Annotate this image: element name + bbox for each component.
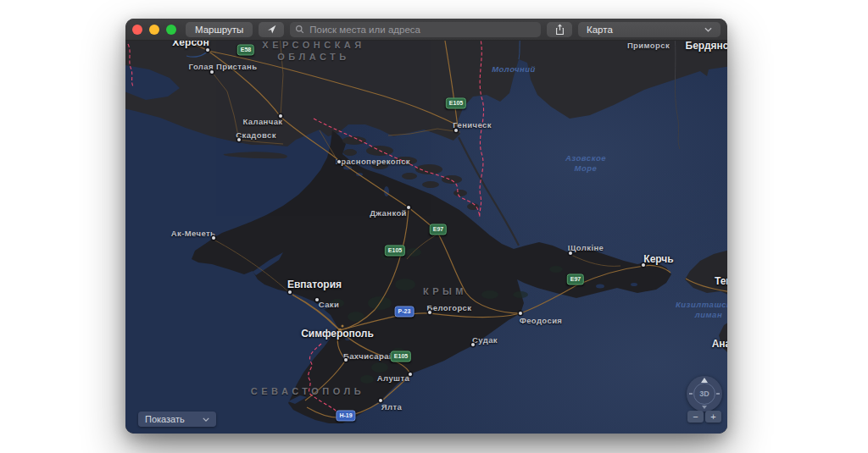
locate-button[interactable] [259,22,284,37]
anapa-coast [719,320,727,356]
chevron-down-icon [203,417,209,422]
maps-window: Маршруты Карта [125,19,727,434]
location-arrow-icon [266,24,277,35]
search-input[interactable] [308,24,536,36]
minimize-button[interactable] [149,25,159,35]
chevron-down-icon [704,27,712,32]
search-field[interactable] [290,22,541,37]
zoom-in-button[interactable]: + [705,411,721,423]
traffic-lights [132,25,176,35]
dzharylgach-island [224,152,287,158]
map-type-label: Карта [587,25,613,35]
zoom-window-button[interactable] [166,25,176,35]
simferopol-junction-2 [342,325,344,328]
compass-3d-control[interactable]: 3D [687,376,722,412]
zoom-controls: − + [687,411,721,423]
map-terrain [125,41,727,434]
crimea-landmass [192,130,671,423]
close-button[interactable] [132,25,142,35]
titlebar: Маршруты Карта [125,19,727,41]
show-filter-label: Показать [145,414,185,424]
taman-peninsula [685,249,727,296]
zoom-out-button[interactable]: − [687,411,704,423]
map-canvas[interactable]: ХерсонХЕРСОНСКАЯОБЛАСТЬГолая ПристаньПри… [125,41,727,434]
compass-3d-label: 3D [687,376,722,412]
search-icon [295,25,304,34]
simferopol-junction [338,329,342,332]
share-icon [554,24,565,36]
routes-button-label: Маршруты [195,25,243,35]
share-button[interactable] [547,22,572,37]
routes-button[interactable]: Маршруты [186,22,253,37]
map-type-select[interactable]: Карта [578,22,721,37]
show-filter-button[interactable]: Показать [138,412,216,427]
